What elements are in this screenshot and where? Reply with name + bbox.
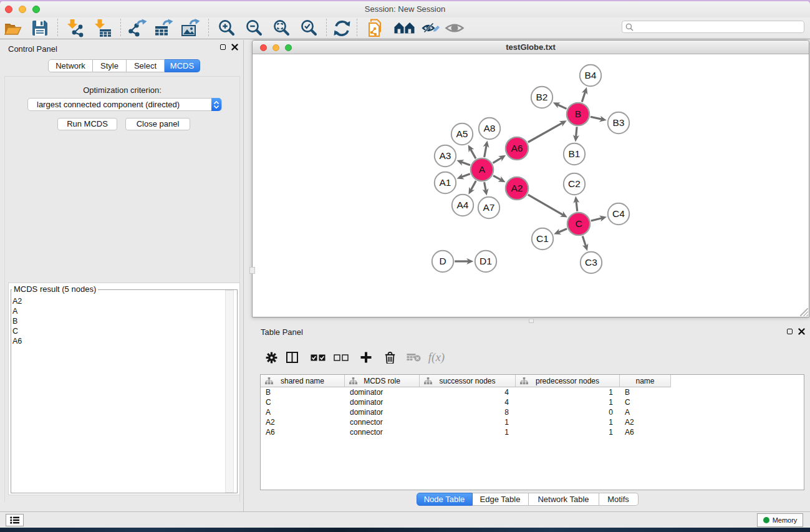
first-neighbors-button[interactable] [330,17,353,39]
graph-node-A8[interactable]: A8 [479,118,500,139]
duplicate-network-button[interactable] [361,17,392,39]
graph-edge[interactable] [573,196,579,211]
cell-shared-name[interactable]: A6 [261,427,345,437]
graph-node-C3[interactable]: C3 [581,252,602,273]
graph-edge[interactable] [591,116,607,122]
cell-mcds-role[interactable]: dominator [345,397,420,407]
window-resize-grip[interactable] [800,308,808,316]
export-image-button[interactable] [177,17,205,39]
column-header-name[interactable]: name [620,375,671,387]
graph-edge[interactable] [468,181,476,195]
open-file-button[interactable] [0,17,26,39]
graph-node-C[interactable]: C [567,213,590,235]
tab-select[interactable]: Select [127,59,165,72]
tab-network[interactable]: Network [48,59,93,72]
zoom-in-button[interactable] [213,17,240,39]
column-header-shared-name[interactable]: shared name [261,375,345,387]
graph-node-B3[interactable]: B3 [608,112,629,133]
graph-node-A7[interactable]: A7 [478,197,499,218]
graph-edge[interactable] [528,120,567,142]
graph-edge[interactable] [468,145,476,158]
graph-node-D[interactable]: D [432,251,453,272]
cell-successor-nodes[interactable]: 1 [420,427,516,437]
splitpane-handle-left[interactable] [249,267,255,274]
result-scrollbar[interactable] [225,290,234,493]
cell-predecessor-nodes[interactable]: 1 [516,427,620,437]
show-all-nodes-button[interactable] [392,17,417,39]
cell-mcds-role[interactable]: connector [345,417,420,427]
network-canvas[interactable]: B4B2BB3A5A8A6B1A3AC2A1A2A4A7C4CC1C3DD1 [253,55,809,317]
select-all-columns-button[interactable] [309,346,327,369]
column-header-mcds-role[interactable]: MCDS role [345,375,420,387]
cell-name[interactable]: C [620,397,671,407]
memory-button[interactable]: Memory [757,513,803,527]
graph-node-A1[interactable]: A1 [435,172,456,193]
close-panel-icon[interactable] [798,328,805,335]
cell-shared-name[interactable]: A2 [261,417,345,427]
graph-edge[interactable] [553,102,567,109]
cell-shared-name[interactable]: C [261,397,345,407]
close-panel-icon[interactable] [231,44,238,51]
graph-edge[interactable] [573,127,579,142]
cell-predecessor-nodes[interactable]: 1 [516,417,620,427]
import-network-button[interactable] [62,17,89,39]
graph-node-C4[interactable]: C4 [608,203,629,225]
result-item[interactable]: A [12,306,22,316]
tab-network-table[interactable]: Network Table [529,493,599,506]
function-builder-button[interactable]: f(x) [424,346,449,369]
zoom-selected-button[interactable] [295,17,322,39]
tab-style[interactable]: Style [93,59,127,72]
search-input[interactable] [636,22,804,32]
add-column-button[interactable] [358,346,374,369]
cell-name[interactable]: A [620,407,671,417]
graph-edge[interactable] [528,195,567,217]
result-item[interactable]: B [12,316,22,326]
zoom-out-button[interactable] [240,17,268,39]
cell-name[interactable]: A6 [620,427,671,437]
cell-successor-nodes[interactable]: 4 [420,387,516,397]
splitpane-handle-bottom[interactable] [529,319,534,323]
cell-mcds-role[interactable]: dominator [345,387,420,397]
cell-successor-nodes[interactable]: 8 [420,407,516,417]
graph-node-A4[interactable]: A4 [452,195,473,216]
hide-selected-button[interactable] [417,17,445,39]
export-network-button[interactable] [125,17,151,39]
delete-column-button[interactable] [382,346,398,369]
cell-name[interactable]: A2 [620,417,671,427]
run-mcds-button[interactable]: Run MCDS [57,118,117,130]
table-options-button[interactable] [264,346,279,369]
deselect-all-columns-button[interactable] [332,346,350,369]
column-header-predecessor-nodes[interactable]: predecessor nodes [516,375,620,387]
cell-successor-nodes[interactable]: 4 [420,397,516,407]
result-item[interactable]: A6 [12,336,22,346]
graph-edge[interactable] [582,236,589,251]
delete-table-button[interactable] [404,346,423,369]
graph-node-A6[interactable]: A6 [506,137,528,160]
task-history-button[interactable] [6,514,24,526]
tab-edge-table[interactable]: Edge Table [473,493,529,506]
graph-node-D1[interactable]: D1 [475,251,496,272]
graph-node-A[interactable]: A [471,158,493,181]
float-panel-icon[interactable] [220,44,226,50]
cell-shared-name[interactable]: A [261,407,345,417]
graph-node-B1[interactable]: B1 [564,143,585,165]
export-table-button[interactable] [151,17,177,39]
graph-edge[interactable] [456,160,470,165]
graph-node-A3[interactable]: A3 [435,145,456,167]
network-graph[interactable]: B4B2BB3A5A8A6B1A3AC2A1A2A4A7C4CC1C3DD1 [253,55,809,317]
cell-predecessor-nodes[interactable]: 1 [516,387,620,397]
tab-motifs[interactable]: Motifs [599,493,639,506]
float-panel-icon[interactable] [787,329,793,334]
cell-shared-name[interactable]: B [261,387,345,397]
graph-edge[interactable] [493,176,506,182]
graph-edge[interactable] [554,229,567,235]
cell-name[interactable]: B [620,387,671,397]
graph-edge[interactable] [483,140,489,157]
graph-edge[interactable] [582,87,588,102]
save-session-button[interactable] [26,17,54,39]
criterion-dropdown[interactable]: largest connected component (directed) [27,98,222,111]
cell-mcds-role[interactable]: dominator [345,407,420,417]
tab-node-table[interactable]: Node Table [417,493,473,506]
tab-mcds[interactable]: MCDS [165,59,200,72]
column-layout-button[interactable] [284,346,300,369]
